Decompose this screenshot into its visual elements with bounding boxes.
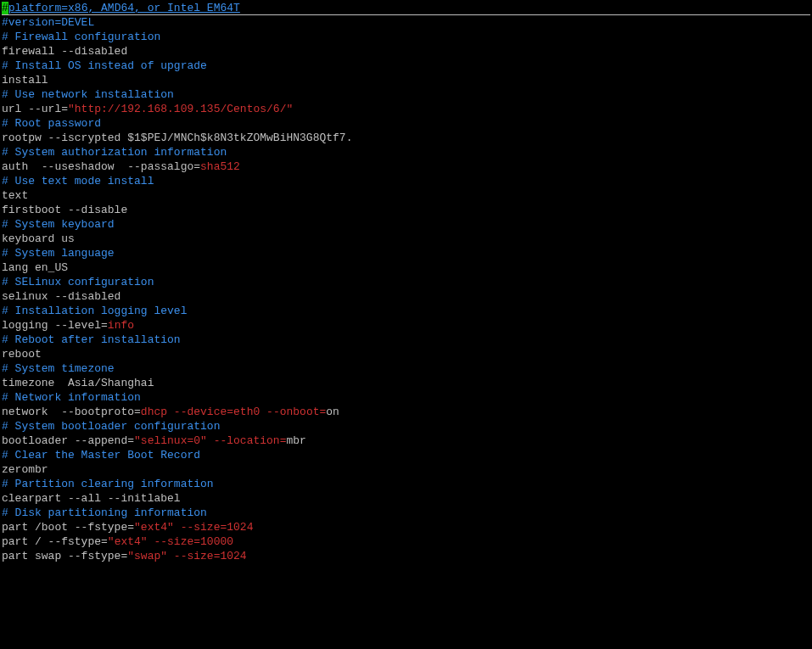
code-line: lang en_US [2, 260, 810, 275]
code-segment: # Use text mode install [2, 175, 154, 187]
code-line: # System timezone [2, 361, 810, 376]
code-segment: eth0 [233, 406, 260, 418]
code-segment: on [326, 406, 339, 418]
code-line: firewall --disabled [2, 44, 810, 59]
code-segment: --size=1024 [167, 550, 247, 562]
code-line: reboot [2, 347, 810, 361]
code-segment: # Firewall configuration [2, 31, 160, 43]
code-segment: # Reboot after installation [2, 333, 181, 346]
code-segment: rootpw --iscrypted $1$PEJ/MNCh$k8N3tkZOM… [2, 131, 352, 144]
code-line: # SELinux configuration [2, 275, 810, 289]
code-segment: # Disk partitioning information [2, 506, 207, 519]
code-segment: --device= [167, 406, 233, 418]
code-line: # Disk partitioning information [2, 506, 810, 520]
code-segment: firewall --disabled [2, 45, 127, 58]
code-segment: "selinux=0" [134, 434, 207, 447]
code-line: keyboard us [2, 232, 810, 246]
code-segment: # Clear the Master Boot Record [2, 449, 200, 462]
code-segment: clearpart --all --initlabel [2, 492, 181, 505]
code-line: # Use text mode install [2, 174, 810, 188]
code-segment: # System bootloader configuration [2, 420, 220, 433]
code-segment: --size=10000 [148, 535, 233, 548]
code-segment: --location= [207, 434, 287, 447]
code-segment: timezone Asia/Shanghai [2, 377, 154, 389]
code-segment: url --url= [2, 103, 68, 115]
code-line: zerombr [2, 462, 810, 477]
code-segment: # Installation logging level [2, 305, 187, 317]
code-segment: part / --fstype= [2, 535, 108, 548]
code-line: install [2, 73, 810, 87]
code-segment: "ext4" [134, 521, 174, 534]
code-segment: "swap" [127, 550, 167, 562]
code-segment: --size=1024 [174, 521, 254, 534]
code-segment: # System keyboard [2, 218, 115, 231]
code-line: url --url="http://192.168.109.135/Centos… [2, 102, 810, 116]
code-segment: # Partition clearing information [2, 478, 214, 490]
code-line: # Root password [2, 116, 810, 131]
code-segment: sha512 [200, 160, 240, 173]
code-segment: auth --useshadow --passalgo= [2, 160, 200, 173]
code-segment: --onboot= [260, 406, 326, 418]
code-segment: # System language [2, 247, 115, 260]
code-segment: # Root password [2, 117, 101, 130]
code-line: rootpw --iscrypted $1$PEJ/MNCh$k8N3tkZOM… [2, 131, 810, 145]
code-segment: text [2, 189, 28, 202]
code-segment: reboot [2, 348, 42, 361]
code-segment: keyboard us [2, 232, 75, 245]
code-line: # System language [2, 246, 810, 260]
code-segment: lang en_US [2, 261, 68, 274]
terminal-editor[interactable]: #platform=x86, AMD64, or Intel EM64T#ver… [0, 0, 812, 564]
code-segment: # System timezone [2, 362, 115, 375]
code-segment: selinux --disabled [2, 290, 120, 303]
code-line: timezone Asia/Shanghai [2, 376, 810, 390]
code-segment: # [2, 2, 8, 14]
code-segment: # SELinux configuration [2, 276, 154, 288]
code-segment: part swap --fstype= [2, 550, 127, 562]
code-line: part swap --fstype="swap" --size=1024 [2, 549, 810, 563]
code-segment: "ext4" [108, 535, 148, 548]
code-segment: bootloader --append= [2, 434, 134, 447]
code-line: # Network information [2, 390, 810, 405]
code-segment: logging --level= [2, 319, 108, 332]
code-line: # Clear the Master Boot Record [2, 448, 810, 462]
code-segment: dhcp [141, 406, 167, 418]
code-segment: part /boot --fstype= [2, 521, 134, 534]
code-line: clearpart --all --initlabel [2, 491, 810, 506]
code-line: # Install OS instead of upgrade [2, 59, 810, 73]
code-segment: mbr [286, 434, 305, 447]
code-line: # Partition clearing information [2, 477, 810, 491]
code-line: part /boot --fstype="ext4" --size=1024 [2, 520, 810, 534]
code-segment: install [2, 74, 48, 87]
code-line: # Installation logging level [2, 304, 810, 318]
code-line: logging --level=info [2, 318, 810, 333]
code-segment: network --bootproto= [2, 406, 141, 418]
code-line: # System authorization information [2, 145, 810, 159]
code-segment: "http://192.168.109.135/Centos/6/" [68, 103, 293, 115]
code-line: part / --fstype="ext4" --size=10000 [2, 534, 810, 549]
code-segment: platform=x86, AMD64, or Intel EM64T [8, 2, 240, 14]
code-line: text [2, 188, 810, 203]
code-segment: # Network information [2, 391, 141, 404]
code-segment: # Install OS instead of upgrade [2, 59, 207, 72]
code-line: bootloader --append="selinux=0" --locati… [2, 434, 810, 448]
code-line: # System keyboard [2, 217, 810, 232]
code-line: #version=DEVEL [2, 15, 810, 30]
code-line: auth --useshadow --passalgo=sha512 [2, 159, 810, 174]
code-segment: # Use network installation [2, 88, 174, 101]
code-line: # System bootloader configuration [2, 419, 810, 434]
code-line: # Reboot after installation [2, 333, 810, 347]
code-line: #platform=x86, AMD64, or Intel EM64T [2, 1, 810, 15]
code-segment: info [108, 319, 134, 332]
code-segment: # System authorization information [2, 146, 227, 159]
code-line: # Firewall configuration [2, 30, 810, 44]
code-segment: #version=DEVEL [2, 16, 94, 29]
code-line: firstboot --disable [2, 203, 810, 217]
code-segment: firstboot --disable [2, 204, 127, 216]
code-segment: zerombr [2, 463, 48, 476]
code-line: network --bootproto=dhcp --device=eth0 -… [2, 405, 810, 419]
code-line: # Use network installation [2, 87, 810, 102]
code-line: selinux --disabled [2, 289, 810, 304]
